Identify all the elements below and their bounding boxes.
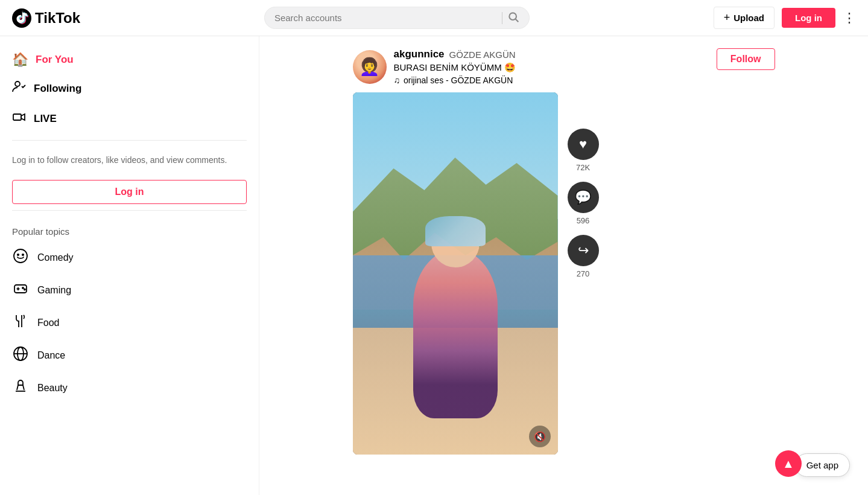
action-buttons: ♥ 72K 💬 596 ↪ 270 [568,92,599,286]
svg-rect-3 [13,114,21,120]
search-divider [502,12,502,24]
main-layout: 🏠 For You Following LIVE Log in to follo… [0,36,868,495]
share-button[interactable]: ↪ [568,235,599,266]
topic-comedy[interactable]: Comedy [0,241,259,274]
login-prompt: Log in to follow creators, like videos, … [0,147,259,174]
like-group: ♥ 72K [568,129,599,172]
search-icon [507,11,519,23]
content-area: 👩‍🦱 akgunnice GÖZDE AKGÜN BURASI BENİM K… [259,36,868,495]
mute-button[interactable]: 🔇 [529,426,551,447]
comment-group: 💬 596 [568,182,599,225]
following-label: Following [34,83,81,95]
svg-point-5 [17,254,19,255]
mute-icon: 🔇 [534,431,546,442]
svg-point-0 [509,13,516,20]
topic-food[interactable]: Food [0,307,259,339]
comedy-icon [12,248,29,268]
share-count: 270 [577,269,590,278]
comment-count: 596 [577,216,590,225]
topic-beauty[interactable]: Beauty [0,372,259,404]
post-header: 👩‍🦱 akgunnice GÖZDE AKGÜN BURASI BENİM K… [353,48,775,85]
like-count: 72K [576,163,590,172]
post-audio[interactable]: ♫ orijinal ses - GÖZDE AKGÜN [394,75,516,85]
gaming-label: Gaming [37,285,71,296]
share-group: ↪ 270 [568,235,599,278]
topic-gaming[interactable]: Gaming [0,274,259,307]
header-right: + Upload Log in ⋮ [714,7,856,29]
arrow-up-icon: ▲ [782,457,794,471]
dance-icon [12,345,29,366]
avatar[interactable]: 👩‍🦱 [353,50,387,84]
sidebar-login-button[interactable]: Log in [12,180,247,204]
header: TikTok + Upload Log in ⋮ [0,0,868,36]
beauty-label: Beauty [37,383,68,394]
logo-text: TikTok [35,10,80,27]
video-thumbnail [353,92,558,455]
topic-dance[interactable]: Dance [0,339,259,372]
username-row: akgunnice GÖZDE AKGÜN [394,48,516,60]
heart-icon: ♥ [579,136,587,152]
popular-topics-label: Popular topics [0,217,259,241]
comedy-label: Comedy [37,252,74,263]
video-player[interactable]: 🔇 [353,92,558,455]
search-button[interactable] [507,11,519,25]
tiktok-logo-icon [12,8,31,28]
get-app-button[interactable]: Get app [795,453,850,477]
sidebar-item-for-you[interactable]: 🏠 For You [0,46,259,74]
username[interactable]: akgunnice [394,48,445,60]
svg-point-2 [15,81,20,86]
display-name: GÖZDE AKGÜN [449,50,516,60]
post-user: 👩‍🦱 akgunnice GÖZDE AKGÜN BURASI BENİM K… [353,48,516,85]
logo[interactable]: TikTok [12,8,80,28]
search-input[interactable] [274,13,497,23]
follow-button[interactable]: Follow [717,48,775,70]
svg-line-1 [516,19,519,22]
sidebar-item-live[interactable]: LIVE [0,104,259,134]
topics-divider [12,210,247,211]
post-caption: BURASI BENİM KÖYÜMM 🤩 [394,62,516,73]
food-label: Food [37,318,59,328]
sidebar: 🏠 For You Following LIVE Log in to follo… [0,36,259,495]
sidebar-item-following[interactable]: Following [0,74,259,104]
plus-icon: + [724,11,730,24]
comment-button[interactable]: 💬 [568,182,599,213]
svg-point-4 [14,249,27,263]
share-icon: ↪ [578,243,589,258]
gaming-icon [12,280,29,301]
beauty-icon [12,378,29,398]
svg-point-11 [24,289,25,290]
home-icon: 🏠 [12,52,28,68]
for-you-label: For You [36,54,74,66]
comment-icon: 💬 [575,190,591,205]
food-icon [12,313,29,333]
user-info: akgunnice GÖZDE AKGÜN BURASI BENİM KÖYÜM… [394,48,516,85]
music-icon: ♫ [394,75,401,85]
live-icon [12,110,27,128]
svg-point-6 [22,254,24,255]
dance-label: Dance [37,350,65,361]
more-options-button[interactable]: ⋮ [843,10,856,26]
nav-divider [12,140,247,141]
like-button[interactable]: ♥ [568,129,599,160]
following-icon [12,80,27,98]
search-bar [264,7,530,29]
upload-button[interactable]: + Upload [714,7,775,29]
upload-label: Upload [733,13,764,23]
live-label: LIVE [34,113,57,125]
svg-point-10 [22,287,24,289]
back-to-top-button[interactable]: ▲ [775,450,802,477]
header-login-button[interactable]: Log in [782,8,835,28]
video-wrapper: 🔇 ♥ 72K 💬 596 [353,92,775,455]
video-container: 👩‍🦱 akgunnice GÖZDE AKGÜN BURASI BENİM K… [353,48,775,483]
